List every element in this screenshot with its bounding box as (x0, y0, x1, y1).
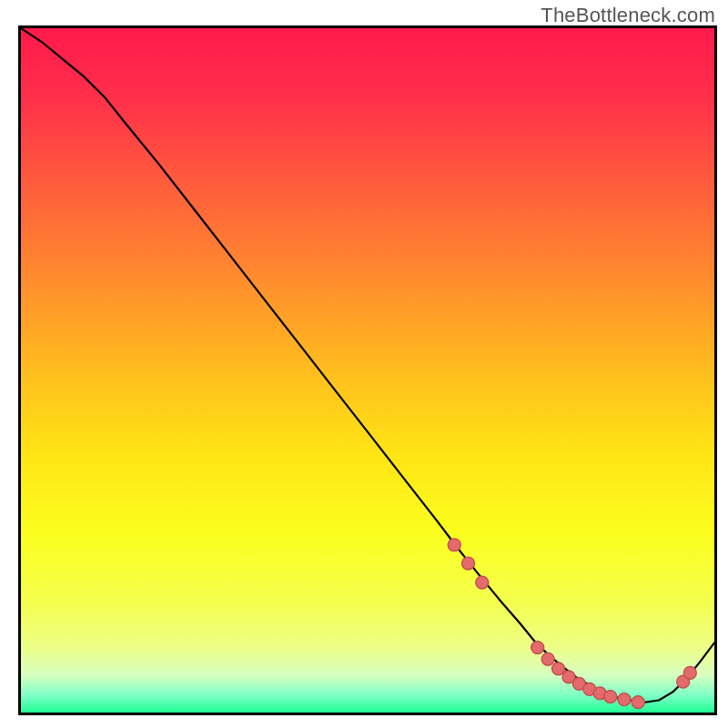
chart-marker (531, 642, 544, 654)
chart-marker (552, 662, 565, 675)
chart-stage: TheBottleneck.com (0, 0, 728, 728)
chart-marker (476, 576, 489, 589)
chart-marker (683, 666, 696, 679)
watermark-text: TheBottleneck.com (541, 4, 715, 27)
chart-marker (618, 693, 631, 706)
chart-svg (21, 28, 714, 713)
chart-background (21, 28, 714, 713)
chart-marker (632, 696, 644, 709)
chart-marker (604, 691, 617, 703)
chart-marker (541, 652, 554, 665)
chart-marker (448, 539, 460, 551)
chart-plot-area (18, 25, 717, 715)
chart-marker (461, 557, 474, 570)
